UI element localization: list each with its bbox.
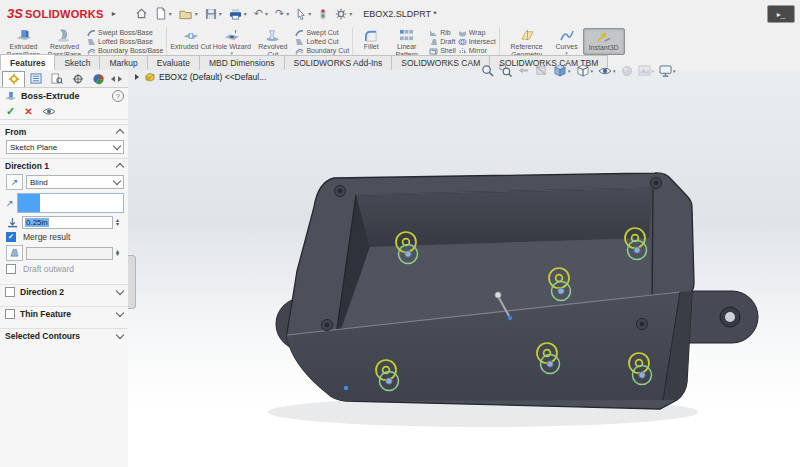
section-from-header[interactable]: From: [0, 124, 128, 138]
tab-markup[interactable]: Markup: [99, 55, 147, 70]
extruded-boss-base-button[interactable]: Extruded Boss/Base: [3, 28, 44, 55]
view-orientation-icon[interactable]: ▾: [552, 63, 572, 78]
revolved-boss-base-button[interactable]: Revolved Boss/Base: [44, 28, 85, 55]
curves-button[interactable]: Curves ▾: [551, 28, 583, 55]
preview-eye-icon[interactable]: [42, 107, 56, 116]
draft-spinner[interactable]: ▴▾: [116, 250, 124, 257]
thin-feature-checkbox[interactable]: [5, 309, 15, 319]
tab-evaluate[interactable]: Evaluate: [147, 55, 200, 70]
draft-outward-checkbox[interactable]: [6, 264, 16, 274]
mounting-ear-right[interactable]: [686, 291, 758, 343]
configuration-manager-tab[interactable]: [67, 71, 88, 86]
save-icon[interactable]: ▾: [202, 6, 225, 22]
panel-tab-scroll: [111, 76, 122, 82]
property-manager-tab[interactable]: [2, 71, 25, 87]
reference-geometry-button[interactable]: Reference Geometry ▾: [503, 28, 551, 55]
display-manager-tab[interactable]: [88, 71, 109, 86]
rebuild-icon[interactable]: [315, 6, 331, 22]
rib-button[interactable]: Rib: [429, 28, 456, 37]
shell-button[interactable]: Shell: [429, 46, 456, 55]
draft-on-off-button[interactable]: [6, 245, 23, 261]
help-icon[interactable]: ?: [112, 90, 124, 102]
print-icon[interactable]: ▾: [226, 6, 250, 22]
draft-button[interactable]: Draft: [429, 37, 456, 46]
dropdown-caret-icon: [113, 142, 121, 150]
graphics-viewport[interactable]: EBOX2 (Default) <<Defaul... ▾ ▾: [128, 70, 800, 467]
scroll-left-icon[interactable]: [111, 76, 115, 82]
home-icon[interactable]: [132, 5, 151, 22]
section-view-icon[interactable]: [534, 63, 549, 78]
swept-cut-icon: [295, 29, 304, 37]
merge-result-checkbox[interactable]: ✓: [6, 232, 16, 242]
quick-access-toolbar: ▾ ▾ ▾ ▾ ↶▾ ↷▾ ▾ ▾: [132, 5, 356, 22]
ear-hole-right-through: [725, 312, 735, 322]
edit-appearance-icon[interactable]: [620, 64, 634, 78]
view-settings-icon[interactable]: ▾: [658, 64, 677, 78]
boundary-cut-button[interactable]: Boundary Cut: [295, 46, 349, 55]
fillet-button[interactable]: Fillet: [356, 28, 386, 55]
previous-view-icon[interactable]: [516, 63, 531, 78]
feature-tree-flyout[interactable]: EBOX2 (Default) <<Defaul...: [135, 72, 266, 82]
from-dropdown[interactable]: Sketch Plane: [6, 140, 124, 154]
display-pane-tab[interactable]: [46, 71, 67, 86]
extruded-cut-button[interactable]: Extruded Cut: [170, 28, 211, 55]
section-direction1-header[interactable]: Direction 1: [0, 158, 128, 172]
zoom-to-area-icon[interactable]: [498, 63, 513, 78]
redo-icon[interactable]: ↷▾: [272, 6, 292, 21]
draft-angle-input[interactable]: [26, 247, 113, 260]
zoom-to-fit-icon[interactable]: [480, 63, 495, 78]
depth-input[interactable]: 0.25in: [22, 216, 113, 229]
scroll-right-icon[interactable]: [118, 76, 122, 82]
cancel-button[interactable]: ✕: [24, 107, 32, 117]
tab-sketch[interactable]: Sketch: [54, 55, 100, 70]
swept-boss-icon: [87, 29, 96, 37]
display-style-icon[interactable]: ▾: [575, 63, 595, 78]
select-icon[interactable]: ▾: [293, 6, 314, 22]
lofted-boss-base-button[interactable]: Lofted Boss/Base: [87, 37, 163, 46]
options-gear-icon[interactable]: ▾: [332, 6, 355, 22]
boss-small-buttons: Swept Boss/Base Lofted Boss/Base Boundar…: [87, 28, 163, 55]
part-model[interactable]: [128, 70, 800, 467]
features-modify-group: Fillet Linear Pattern ▾ Rib Draft: [353, 27, 499, 56]
cut-group: Extruded Cut Hole Wizard ▾ Revolved Cut …: [167, 27, 353, 56]
feature-manager-tree-tab[interactable]: [25, 71, 46, 86]
selection-highlight: [18, 194, 40, 212]
direction2-checkbox[interactable]: [5, 287, 15, 297]
swept-boss-base-button[interactable]: Swept Boss/Base: [87, 28, 163, 37]
end-condition-dropdown[interactable]: Blind: [26, 175, 124, 189]
mirror-button[interactable]: Mirror: [458, 46, 496, 55]
apply-scene-icon[interactable]: ▾: [637, 64, 656, 77]
lofted-cut-button[interactable]: Lofted Cut: [295, 37, 349, 46]
tab-features[interactable]: Features: [0, 54, 55, 70]
section-selected-contours-header[interactable]: Selected Contours: [0, 328, 128, 342]
direction-selection-box[interactable]: [17, 193, 124, 213]
tree-expand-icon[interactable]: [135, 74, 139, 80]
intersect-button[interactable]: Intersect: [458, 37, 496, 46]
sketch-point[interactable]: [344, 386, 348, 390]
new-document-icon[interactable]: ▾: [152, 5, 175, 22]
boundary-boss-base-button[interactable]: Boundary Boss/Base: [87, 46, 163, 55]
tab-solidworks-cam[interactable]: SOLIDWORKS CAM: [391, 55, 490, 70]
reverse-direction-button[interactable]: ↗: [6, 174, 23, 190]
hole-wizard-button[interactable]: Hole Wizard ▾: [211, 28, 252, 55]
menu-expand-arrow[interactable]: ▸: [112, 9, 116, 18]
section-direction2-header[interactable]: Direction 2: [0, 284, 128, 298]
extruded-boss-icon: [15, 29, 33, 42]
undo-icon[interactable]: ↶▾: [251, 6, 271, 21]
wrap-button[interactable]: Wrap: [458, 28, 496, 37]
depth-spinner[interactable]: ▴▾: [116, 219, 124, 226]
hide-show-items-icon[interactable]: ▾: [597, 65, 617, 77]
open-icon[interactable]: ▾: [176, 6, 201, 22]
swept-cut-button[interactable]: Swept Cut: [295, 28, 349, 37]
collapse-icon: [116, 129, 124, 137]
tab-solidworks-add-ins[interactable]: SOLIDWORKS Add-Ins: [284, 55, 393, 70]
depth-icon: [6, 217, 19, 228]
instant3d-button[interactable]: Instant3D: [583, 28, 625, 55]
command-search-button[interactable]: ▸_: [767, 5, 795, 23]
revolved-cut-button[interactable]: Revolved Cut: [252, 28, 293, 55]
tab-mbd-dimensions[interactable]: MBD Dimensions: [199, 55, 285, 70]
ok-button[interactable]: ✓: [6, 106, 15, 117]
linear-pattern-button[interactable]: Linear Pattern ▾: [386, 28, 427, 55]
modify-small-col1: Rib Draft Shell: [429, 28, 456, 55]
section-thin-feature-header[interactable]: Thin Feature: [0, 306, 128, 320]
